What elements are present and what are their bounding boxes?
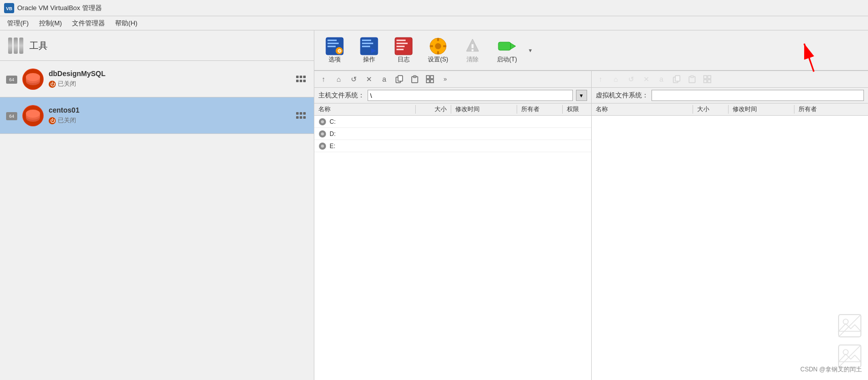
rizhi-icon [394,37,413,55]
vm-name-2: centos01 [49,106,294,114]
file-row-d[interactable]: D: [314,128,591,140]
vm-item-centos01[interactable]: 64 centos01 ⏻ [0,97,314,134]
toolbar-label-shezhi: 设置(S) [428,55,448,64]
sub-btn-refresh-right[interactable]: ↺ [624,72,638,86]
sub-btn-home-right[interactable]: ⌂ [609,72,623,86]
svg-rect-52 [708,76,711,79]
sub-btn-refresh-left[interactable]: ↺ [347,72,361,86]
toolbar-label-xuanxiang: 选项 [329,55,341,64]
toolbar-label-qidong: 启动(T) [497,55,517,64]
shezhi-icon [429,37,447,55]
menu-control[interactable]: 控制(M) [34,18,67,29]
vm-menu-dot-row-2a [296,112,306,115]
sub-btn-grid-left[interactable] [423,72,437,86]
col-owner-left: 所有者 [517,105,563,114]
svg-rect-33 [443,45,446,47]
col-time-right: 修改时间 [729,105,794,114]
title-bar: VB Oracle VM VirtualBox 管理器 [0,0,868,16]
right-address-bar: 虚拟机文件系统： [592,88,869,103]
svg-rect-45 [426,80,429,83]
toolbar-btn-rizhi[interactable]: 日志 [387,33,420,67]
menu-help[interactable]: 帮助(H) [110,18,142,29]
svg-rect-25 [396,43,408,44]
svg-rect-31 [437,51,439,54]
vm-item-dbdesignmysql[interactable]: 64 dbDesignMySQL ⏻ [0,61,314,97]
sub-btn-newfile-right[interactable]: a [655,72,669,86]
vm-status-icon-2: ⏻ [49,117,56,124]
vm-menu-btn-2[interactable] [294,110,308,121]
tools-header: 工具 [0,30,314,61]
file-cell-name-c: C: [314,118,416,126]
sub-btn-paste-right[interactable] [685,72,699,86]
host-path-input[interactable] [368,90,573,101]
vm-name-1: dbDesignMySQL [49,70,294,78]
col-size-left: 大小 [416,105,451,114]
placeholder-icon-1 [838,314,862,339]
right-file-list-empty [592,116,869,380]
vm-menu-btn-1[interactable] [294,74,308,84]
vm-dot-3 [303,76,306,78]
col-size-right: 大小 [693,105,729,114]
sub-btn-newfile-left[interactable]: a [377,72,391,86]
svg-rect-20 [362,43,373,44]
svg-line-62 [839,315,861,337]
svg-text:VB: VB [6,6,13,11]
vm-badge-1: 64 [6,76,17,84]
vm-path-input[interactable] [652,90,864,101]
svg-rect-43 [426,76,429,79]
virtualbox-icon: VB [4,3,14,13]
main-toolbar: ⚙ 选项 操作 [314,30,868,71]
sub-btn-delete-left[interactable]: ✕ [362,72,376,86]
left-sub-toolbar: ↑ ⌂ ↺ ✕ a [314,71,592,87]
col-time-left: 修改时间 [451,105,517,114]
svg-rect-24 [396,40,406,41]
svg-point-9 [26,110,40,118]
host-fs-label: 主机文件系统： [318,91,365,100]
vm-icon-circle-2 [22,105,44,126]
toolbar-btn-shezhi[interactable]: 设置(S) [422,33,454,67]
menu-filemanager[interactable]: 文件管理器 [67,18,110,29]
svg-marker-38 [511,43,516,49]
toolbar-btn-xuanxiang[interactable]: ⚙ 选项 [318,33,351,67]
toolbar-dropdown-btn[interactable]: ▼ [525,33,535,67]
svg-marker-68 [839,354,861,362]
svg-point-58 [321,132,324,135]
menu-manage[interactable]: 管理(F) [2,18,34,29]
sub-btn-more-left[interactable]: » [438,72,452,86]
svg-rect-21 [362,46,370,47]
qidong-icon [498,37,516,55]
host-path-dropdown[interactable]: ▼ [576,90,587,101]
svg-text:⚙: ⚙ [337,48,342,54]
tool-bar-icon-2 [14,38,18,54]
sub-btn-paste-left[interactable] [408,72,422,86]
svg-rect-46 [430,80,433,83]
toolbar-btn-caozuo[interactable]: 操作 [353,33,385,67]
sub-btn-grid-right[interactable] [700,72,714,86]
sub-btn-home-left[interactable]: ⌂ [332,72,346,86]
sub-btn-delete-right[interactable]: ✕ [639,72,654,86]
svg-rect-37 [498,42,511,50]
vm-dot-6 [303,80,306,82]
col-name-left: 名称 [314,105,416,114]
sub-btn-up-right[interactable]: ↑ [594,72,608,86]
file-row-c[interactable]: C: [314,116,591,128]
vm-status-text-2: 已关闭 [58,116,76,125]
vm-icon-circle-1 [22,68,44,90]
vm-icon-2 [22,105,44,126]
vm-dot-1 [296,76,299,78]
caozuo-icon [360,37,378,55]
vm-dot-8 [300,112,302,115]
vm-icon-wrapper-1: 64 [6,75,18,84]
vm-dot-12 [303,116,306,119]
toolbar-btn-qidong[interactable]: 启动(T) [491,33,523,67]
svg-point-5 [26,73,40,81]
svg-rect-15 [328,46,336,47]
sub-btn-copy-right[interactable] [670,72,684,86]
left-file-list: C: [314,116,591,380]
sub-btn-up-left[interactable]: ↑ [316,72,331,86]
vm-icon-wrapper-2: 64 [6,111,18,120]
toolbar-btn-qingchu[interactable]: 清除 [456,33,489,67]
toolbar-label-qingchu: 清除 [466,55,479,64]
sub-btn-copy-left[interactable] [392,72,407,86]
file-row-e[interactable]: E: [314,140,591,152]
